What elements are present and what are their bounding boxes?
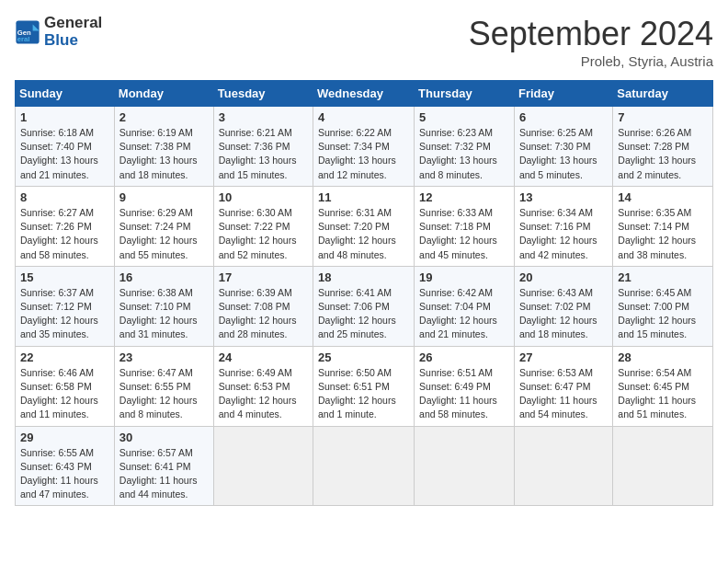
day-number: 4	[318, 110, 409, 124]
calendar-cell: 4Sunrise: 6:22 AM Sunset: 7:34 PM Daylig…	[313, 107, 415, 187]
calendar-cell: 29Sunrise: 6:55 AM Sunset: 6:43 PM Dayli…	[16, 426, 115, 506]
day-number: 8	[20, 190, 109, 204]
calendar-cell: 8Sunrise: 6:27 AM Sunset: 7:26 PM Daylig…	[16, 186, 115, 266]
calendar-cell: 7Sunrise: 6:26 AM Sunset: 7:28 PM Daylig…	[613, 107, 713, 187]
day-detail: Sunrise: 6:50 AM Sunset: 6:51 PM Dayligh…	[318, 366, 409, 422]
calendar-row-5: 29Sunrise: 6:55 AM Sunset: 6:43 PM Dayli…	[16, 426, 713, 506]
day-detail: Sunrise: 6:21 AM Sunset: 7:36 PM Dayligh…	[219, 126, 308, 182]
calendar-cell: 5Sunrise: 6:23 AM Sunset: 7:32 PM Daylig…	[415, 107, 515, 187]
day-detail: Sunrise: 6:37 AM Sunset: 7:12 PM Dayligh…	[20, 286, 109, 342]
header-monday: Monday	[114, 81, 213, 107]
day-detail: Sunrise: 6:31 AM Sunset: 7:20 PM Dayligh…	[318, 206, 409, 262]
calendar-cell: 20Sunrise: 6:43 AM Sunset: 7:02 PM Dayli…	[514, 266, 612, 346]
calendar-cell: 11Sunrise: 6:31 AM Sunset: 7:20 PM Dayli…	[313, 186, 415, 266]
day-detail: Sunrise: 6:23 AM Sunset: 7:32 PM Dayligh…	[419, 126, 509, 182]
day-detail: Sunrise: 6:34 AM Sunset: 7:16 PM Dayligh…	[519, 206, 608, 262]
day-detail: Sunrise: 6:49 AM Sunset: 6:53 PM Dayligh…	[219, 366, 308, 422]
day-number: 22	[20, 350, 109, 364]
day-detail: Sunrise: 6:57 AM Sunset: 6:41 PM Dayligh…	[119, 446, 209, 502]
day-detail: Sunrise: 6:53 AM Sunset: 6:47 PM Dayligh…	[519, 366, 608, 422]
calendar-cell: 15Sunrise: 6:37 AM Sunset: 7:12 PM Dayli…	[16, 266, 115, 346]
day-number: 27	[519, 350, 608, 364]
day-detail: Sunrise: 6:45 AM Sunset: 7:00 PM Dayligh…	[618, 286, 708, 342]
day-number: 5	[419, 110, 509, 124]
header-friday: Friday	[514, 81, 612, 107]
day-detail: Sunrise: 6:18 AM Sunset: 7:40 PM Dayligh…	[20, 126, 109, 182]
day-detail: Sunrise: 6:47 AM Sunset: 6:55 PM Dayligh…	[119, 366, 209, 422]
day-detail: Sunrise: 6:38 AM Sunset: 7:10 PM Dayligh…	[119, 286, 209, 342]
calendar-header-row: SundayMondayTuesdayWednesdayThursdayFrid…	[16, 81, 713, 107]
header-saturday: Saturday	[613, 81, 713, 107]
day-number: 21	[618, 270, 708, 284]
day-number: 7	[618, 110, 708, 124]
day-number: 20	[519, 270, 608, 284]
day-detail: Sunrise: 6:33 AM Sunset: 7:18 PM Dayligh…	[419, 206, 509, 262]
calendar-cell: 16Sunrise: 6:38 AM Sunset: 7:10 PM Dayli…	[114, 266, 213, 346]
calendar-cell	[514, 426, 612, 506]
calendar-cell: 3Sunrise: 6:21 AM Sunset: 7:36 PM Daylig…	[213, 107, 313, 187]
day-detail: Sunrise: 6:30 AM Sunset: 7:22 PM Dayligh…	[219, 206, 308, 262]
day-detail: Sunrise: 6:46 AM Sunset: 6:58 PM Dayligh…	[20, 366, 109, 422]
day-number: 18	[318, 270, 409, 284]
day-number: 23	[119, 350, 209, 364]
calendar-cell: 14Sunrise: 6:35 AM Sunset: 7:14 PM Dayli…	[613, 186, 713, 266]
logo-text-line1: General	[44, 15, 102, 32]
page-header: Gen eral General Blue September 2024 Pro…	[15, 15, 713, 69]
logo-icon: Gen eral	[15, 19, 40, 45]
calendar-cell	[415, 426, 515, 506]
calendar-cell: 18Sunrise: 6:41 AM Sunset: 7:06 PM Dayli…	[313, 266, 415, 346]
day-number: 15	[20, 270, 109, 284]
day-number: 3	[219, 110, 308, 124]
header-tuesday: Tuesday	[213, 81, 313, 107]
day-number: 6	[519, 110, 608, 124]
calendar-row-2: 8Sunrise: 6:27 AM Sunset: 7:26 PM Daylig…	[16, 186, 713, 266]
calendar-cell	[213, 426, 313, 506]
calendar-cell: 26Sunrise: 6:51 AM Sunset: 6:49 PM Dayli…	[415, 346, 515, 426]
day-number: 26	[419, 350, 509, 364]
day-detail: Sunrise: 6:54 AM Sunset: 6:45 PM Dayligh…	[618, 366, 708, 422]
day-detail: Sunrise: 6:51 AM Sunset: 6:49 PM Dayligh…	[419, 366, 509, 422]
logo-text-line2: Blue	[44, 32, 102, 50]
day-number: 13	[519, 190, 608, 204]
calendar-row-4: 22Sunrise: 6:46 AM Sunset: 6:58 PM Dayli…	[16, 346, 713, 426]
calendar-cell: 13Sunrise: 6:34 AM Sunset: 7:16 PM Dayli…	[514, 186, 612, 266]
day-detail: Sunrise: 6:55 AM Sunset: 6:43 PM Dayligh…	[20, 446, 109, 502]
calendar-cell	[313, 426, 415, 506]
calendar-cell: 10Sunrise: 6:30 AM Sunset: 7:22 PM Dayli…	[213, 186, 313, 266]
calendar-cell: 1Sunrise: 6:18 AM Sunset: 7:40 PM Daylig…	[16, 107, 115, 187]
calendar-cell: 22Sunrise: 6:46 AM Sunset: 6:58 PM Dayli…	[16, 346, 115, 426]
day-detail: Sunrise: 6:42 AM Sunset: 7:04 PM Dayligh…	[419, 286, 509, 342]
calendar-cell: 28Sunrise: 6:54 AM Sunset: 6:45 PM Dayli…	[613, 346, 713, 426]
calendar-row-3: 15Sunrise: 6:37 AM Sunset: 7:12 PM Dayli…	[16, 266, 713, 346]
day-detail: Sunrise: 6:19 AM Sunset: 7:38 PM Dayligh…	[119, 126, 209, 182]
day-number: 29	[20, 431, 109, 444]
day-number: 14	[618, 190, 708, 204]
day-detail: Sunrise: 6:29 AM Sunset: 7:24 PM Dayligh…	[119, 206, 209, 262]
calendar-cell: 23Sunrise: 6:47 AM Sunset: 6:55 PM Dayli…	[114, 346, 213, 426]
day-detail: Sunrise: 6:41 AM Sunset: 7:06 PM Dayligh…	[318, 286, 409, 342]
logo: Gen eral General Blue	[15, 15, 102, 49]
calendar-cell: 2Sunrise: 6:19 AM Sunset: 7:38 PM Daylig…	[114, 107, 213, 187]
day-number: 9	[119, 190, 209, 204]
day-number: 2	[119, 110, 209, 124]
calendar-row-1: 1Sunrise: 6:18 AM Sunset: 7:40 PM Daylig…	[16, 107, 713, 187]
calendar-cell: 27Sunrise: 6:53 AM Sunset: 6:47 PM Dayli…	[514, 346, 612, 426]
day-detail: Sunrise: 6:22 AM Sunset: 7:34 PM Dayligh…	[318, 126, 409, 182]
calendar-cell: 21Sunrise: 6:45 AM Sunset: 7:00 PM Dayli…	[613, 266, 713, 346]
day-number: 10	[219, 190, 308, 204]
day-number: 24	[219, 350, 308, 364]
svg-text:eral: eral	[17, 34, 30, 42]
calendar-cell: 24Sunrise: 6:49 AM Sunset: 6:53 PM Dayli…	[213, 346, 313, 426]
month-title: September 2024	[469, 15, 713, 53]
day-number: 12	[419, 190, 509, 204]
day-detail: Sunrise: 6:26 AM Sunset: 7:28 PM Dayligh…	[618, 126, 708, 182]
header-wednesday: Wednesday	[313, 81, 415, 107]
day-detail: Sunrise: 6:25 AM Sunset: 7:30 PM Dayligh…	[519, 126, 608, 182]
day-number: 28	[618, 350, 708, 364]
location-subtitle: Proleb, Styria, Austria	[469, 53, 713, 69]
header-sunday: Sunday	[16, 81, 115, 107]
day-number: 25	[318, 350, 409, 364]
day-detail: Sunrise: 6:35 AM Sunset: 7:14 PM Dayligh…	[618, 206, 708, 262]
day-number: 19	[419, 270, 509, 284]
day-number: 17	[219, 270, 308, 284]
